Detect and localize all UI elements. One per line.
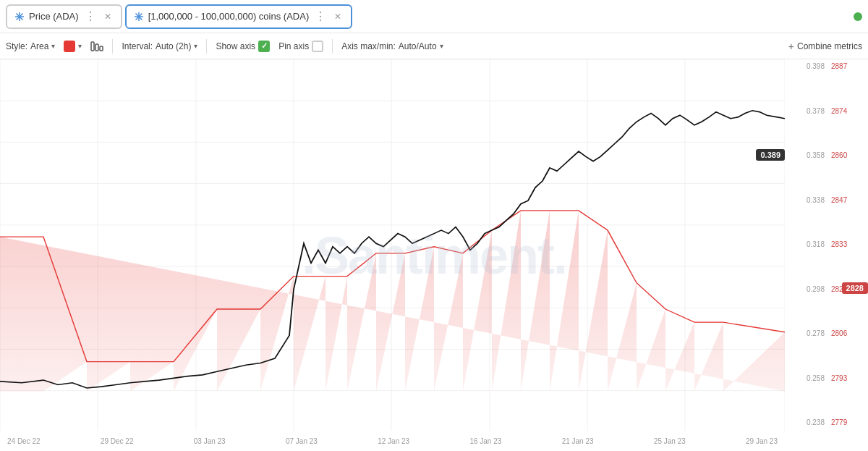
color-picker[interactable]: ▾ xyxy=(64,41,82,52)
y-right-4: 2833 xyxy=(831,240,847,248)
y-right-2: 2860 xyxy=(831,151,847,159)
x-axis: 24 Dec 22 29 Dec 22 03 Jan 23 07 Jan 23 … xyxy=(0,431,785,451)
svg-rect-8 xyxy=(91,42,94,51)
interval-value: Auto (2h) xyxy=(156,41,191,51)
tab-coins-close[interactable]: ✕ xyxy=(332,11,344,22)
x-label-4: 12 Jan 23 xyxy=(378,437,409,445)
y-right-7: 2793 xyxy=(831,374,847,382)
x-label-5: 16 Jan 23 xyxy=(469,437,501,445)
color-chevron: ▾ xyxy=(78,42,82,50)
show-axis-toggle[interactable]: Show axis xyxy=(216,41,270,52)
y-left-7: 0.258 xyxy=(807,374,825,382)
axis-maxmin-label: Axis max/min: xyxy=(341,41,396,51)
pin-axis-toggle[interactable]: Pin axis xyxy=(278,41,323,52)
y-left-0: 0.398 xyxy=(807,62,825,70)
metric-tabs-bar: Price (ADA) ⋮ ✕ [1,000,000 - 100,000,000… xyxy=(0,0,868,33)
interval-label: Interval: xyxy=(122,41,153,51)
separator-2 xyxy=(206,39,207,54)
show-axis-label: Show axis xyxy=(216,41,255,51)
pin-axis-checkbox[interactable] xyxy=(312,41,323,52)
y-left-5: 0.298 xyxy=(807,285,825,293)
interval-chevron: ▾ xyxy=(194,42,197,50)
combine-plus: + xyxy=(788,41,794,52)
tab-price-close[interactable]: ✕ xyxy=(102,11,114,22)
chart-type-icon[interactable] xyxy=(90,41,103,51)
combine-metrics-button[interactable]: + Combine metrics xyxy=(788,41,862,52)
separator-3 xyxy=(332,39,333,54)
axis-maxmin-selector[interactable]: Axis max/min: Auto/Auto ▾ xyxy=(341,41,443,51)
price-current-badge: 0.389 xyxy=(756,149,785,161)
y-right-3: 2847 xyxy=(831,196,847,204)
tab-price-label: Price (ADA) xyxy=(29,11,79,22)
y-right-1: 2874 xyxy=(831,107,847,115)
svg-rect-9 xyxy=(95,44,98,51)
chart-toolbar: Style: Area ▾ ▾ Interval: Auto (2h) ▾ Sh… xyxy=(0,33,868,59)
y-right-0: 2887 xyxy=(831,62,847,70)
x-label-1: 29 Dec 22 xyxy=(101,437,134,445)
x-label-2: 03 Jan 23 xyxy=(194,437,226,445)
snowflake-icon-1 xyxy=(14,12,25,22)
y-axis-left: 0.398 0.378 0.358 0.338 0.318 0.298 0.27… xyxy=(785,59,825,429)
style-chevron: ▾ xyxy=(51,42,55,50)
tab-price-ada[interactable]: Price (ADA) ⋮ ✕ xyxy=(6,4,122,29)
connection-status-dot xyxy=(854,12,862,21)
style-value: Area xyxy=(30,41,48,51)
y-left-1: 0.378 xyxy=(807,107,825,115)
color-swatch[interactable] xyxy=(64,41,75,52)
y-right-6: 2806 xyxy=(831,329,847,337)
app-container: Price (ADA) ⋮ ✕ [1,000,000 - 100,000,000… xyxy=(0,0,868,451)
svg-rect-10 xyxy=(100,46,103,51)
chart-svg xyxy=(0,59,785,431)
y-left-4: 0.318 xyxy=(807,240,825,248)
x-label-6: 21 Jan 23 xyxy=(562,437,594,445)
axis-maxmin-chevron: ▾ xyxy=(440,42,443,50)
tab-price-menu[interactable]: ⋮ xyxy=(85,9,96,23)
tab-coins-ada[interactable]: [1,000,000 - 100,000,000) coins (ADA) ⋮ … xyxy=(125,4,353,29)
separator-1 xyxy=(112,39,113,54)
x-label-8: 29 Jan 23 xyxy=(746,437,778,445)
coins-current-badge: 2828 xyxy=(842,282,868,294)
y-right-8: 2779 xyxy=(831,418,847,426)
tab-coins-menu[interactable]: ⋮ xyxy=(315,9,326,23)
y-left-6: 0.278 xyxy=(807,329,825,337)
y-left-3: 0.338 xyxy=(807,196,825,204)
style-selector[interactable]: Style: Area ▾ xyxy=(6,41,55,51)
y-left-8: 0.238 xyxy=(807,418,825,426)
combine-label: Combine metrics xyxy=(797,41,862,51)
tab-coins-label: [1,000,000 - 100,000,000) coins (ADA) xyxy=(148,11,310,22)
pin-axis-label: Pin axis xyxy=(278,41,309,51)
y-axis-right: 2887 2874 2860 2847 2833 2820 2806 2793 … xyxy=(828,59,868,429)
show-axis-checkbox[interactable] xyxy=(258,41,270,52)
y-left-2: 0.358 xyxy=(807,151,825,159)
style-label: Style: xyxy=(6,41,27,51)
chart-area: .Santiment. xyxy=(0,59,868,451)
x-label-3: 07 Jan 23 xyxy=(286,437,318,445)
interval-selector[interactable]: Interval: Auto (2h) ▾ xyxy=(122,41,197,51)
x-label-0: 24 Dec 22 xyxy=(7,437,41,445)
axis-maxmin-value: Auto/Auto xyxy=(399,41,437,51)
x-label-7: 25 Jan 23 xyxy=(654,437,686,445)
snowflake-icon-2 xyxy=(134,12,144,22)
